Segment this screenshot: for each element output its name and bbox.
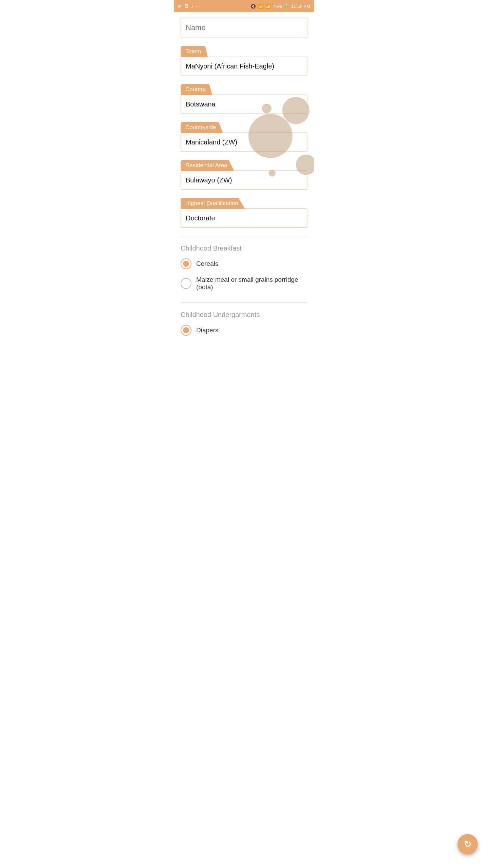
battery-icon: 🔋 [284,4,289,9]
countryside-value[interactable]: Manicaland (ZW) [181,133,307,152]
highest-qualification-value[interactable]: Doctorate [181,209,307,228]
radio-cereals-inner [183,261,189,267]
mail-icon: ✉ [178,4,182,9]
residential-area-field: Residential Area Bulawayo (ZW) [181,160,307,190]
image-icon: 🖼 [184,4,188,8]
countryside-field: Countryside Manicaland (ZW) [181,122,307,152]
childhood-undergarments-title: Childhood Undergarments [181,311,307,319]
divider-1 [181,236,307,236]
signal-icon: 📶 [265,4,271,9]
status-left-icons: ✉ 🖼 ♪ ··· [178,4,200,9]
highest-qualification-field: Highest Qualification Doctorate [181,198,307,228]
maize-label: Maize meal or small grains porridge (bot… [196,276,307,291]
radio-diapers[interactable] [181,325,191,336]
undergarments-option-diapers[interactable]: Diapers [181,321,307,339]
breakfast-option-maize[interactable]: Maize meal or small grains porridge (bot… [181,273,307,294]
totem-label: Totem [181,46,208,57]
status-right-info: 🔇 📶 📶 75% 🔋 11:50 PM [250,4,310,9]
radio-diapers-inner [183,327,189,333]
diapers-label: Diapers [196,327,218,334]
time-display: 11:50 PM [291,4,310,9]
name-field-container: Bridget [181,18,307,38]
countryside-label: Countryside [181,122,223,133]
name-input[interactable]: Bridget [186,23,302,32]
cereals-label: Cereals [196,260,218,268]
residential-area-label: Residential Area [181,160,234,171]
music-icon: ♪ [191,4,194,9]
wifi-icon: 📶 [258,4,263,9]
breakfast-option-cereals[interactable]: Cereals [181,255,307,273]
childhood-breakfast-title: Childhood Breakfast [181,244,307,252]
country-label: Country [181,84,212,95]
more-icon: ··· [196,4,200,9]
mute-icon: 🔇 [250,4,256,9]
divider-2 [181,302,307,303]
highest-qualification-label: Highest Qualification [181,198,245,209]
country-field: Country Botswana [181,84,307,114]
totem-value[interactable]: MaNyoni (African Fish-Eagle) [181,57,307,76]
residential-area-value[interactable]: Bulawayo (ZW) [181,171,307,190]
radio-cereals[interactable] [181,258,191,269]
radio-maize[interactable] [181,278,191,289]
battery-level: 75% [273,4,282,9]
country-value[interactable]: Botswana [181,95,307,114]
form-content: Bridget Totem MaNyoni (African Fish-Eagl… [174,12,314,344]
childhood-undergarments-section: Childhood Undergarments Diapers [181,311,307,339]
status-bar: ✉ 🖼 ♪ ··· 🔇 📶 📶 75% 🔋 11:50 PM [174,0,314,12]
totem-field: Totem MaNyoni (African Fish-Eagle) [181,46,307,76]
childhood-breakfast-section: Childhood Breakfast Cereals Maize meal o… [181,244,307,294]
